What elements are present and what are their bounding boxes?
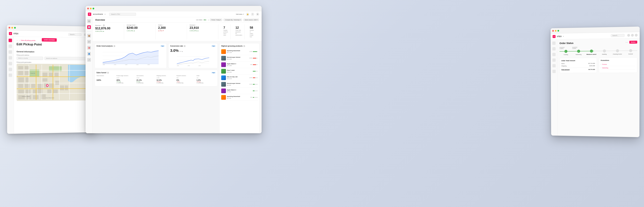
help-icon-center[interactable]: ? [251, 12, 254, 16]
tl-label-creating: Creating [560, 54, 572, 56]
svg-rect-17 [26, 90, 30, 94]
sidebar-orders[interactable]: 📦 [87, 34, 91, 38]
compare-filter[interactable]: Compare By: Yesterday ▾ [224, 18, 242, 21]
promo-item-0[interactable]: › Promos [601, 62, 635, 66]
funnel-header-4: Payment sessions [176, 75, 196, 76]
bar-4 [253, 78, 258, 78]
source-filter[interactable]: Same source: USD ▾ [243, 18, 259, 21]
product-info-7: Sparkling Basketball $3,129 [227, 96, 240, 99]
funnel-val-0: 100% [96, 79, 116, 84]
close-dot[interactable] [8, 27, 10, 28]
account-name: accountname [93, 13, 103, 15]
amounts-title: Order Total Amount [561, 60, 595, 62]
funnel-header-2: Cart sessions [136, 75, 156, 76]
settings-icon-center[interactable]: ⚙ [256, 12, 259, 16]
settings-icon-right[interactable] [635, 34, 638, 36]
product-img-1 [221, 56, 226, 60]
sales-funnel-info: i [107, 72, 109, 74]
search-bar-right[interactable]: Search... [611, 34, 624, 37]
funnel-val-4: 6% -3 p.p. vs. yesterday [176, 79, 196, 84]
order-trend-title: Order trend analysis [96, 45, 113, 47]
svg-rect-3 [18, 66, 23, 70]
product-bar-7: 2% [250, 97, 258, 98]
info-icon-revenue: i [103, 24, 105, 26]
sidebar-right-home[interactable] [552, 42, 556, 45]
svg-line-37 [70, 65, 70, 100]
sidebar-share[interactable]: ↗ [87, 58, 91, 62]
sidebar-users[interactable]: 👤 [87, 52, 91, 56]
funnel-val-2: 21.1% 3.1 p.p. vs. yesterday [136, 79, 156, 84]
sidebar-right-settings[interactable] [552, 64, 556, 68]
save-change-button[interactable]: SAVE CHANGE [42, 38, 57, 42]
geolocation-label: Pickup point geolocation [16, 62, 93, 64]
svg-rect-7 [18, 78, 24, 82]
section-general-title: General information [16, 50, 93, 53]
search-bar-left[interactable]: Search... [68, 33, 82, 36]
product-info-6: Apple Watch 3 $7,001 [227, 89, 236, 92]
sidebar-home[interactable]: ⊞ [87, 19, 91, 23]
order-status-button[interactable]: Button [630, 41, 637, 44]
sidebar-icon-share[interactable] [8, 74, 12, 77]
sidebar-left [7, 36, 14, 134]
product-info-4: Nike Air Max 320 $18,216 [227, 76, 238, 79]
bar-0 [253, 51, 258, 52]
svg-text:LM01: LM01 [103, 64, 105, 65]
stat-desc-58: Number of orders to paid hour [250, 30, 254, 38]
more-icon[interactable]: ⋯ [626, 41, 628, 44]
minimize-dot-center[interactable] [90, 8, 92, 10]
map-container[interactable]: Fenway Park COOLIDGE CORNER Harvard Medi… [16, 64, 93, 101]
charts-column: Order trend analysis i High [94, 43, 218, 133]
tl-label-invoiced: Invoiced [624, 53, 637, 55]
stat-desc-12: Order with payments for authorization [236, 30, 242, 36]
topbar-right-center: Visit store ↗ 🔔 ? ⚙ [236, 12, 259, 16]
svg-rect-28 [53, 90, 58, 94]
bell-icon-right[interactable] [627, 34, 630, 37]
minimize-dot-right[interactable] [555, 30, 556, 32]
order-status-header: Order Status ⋯ Button [560, 41, 637, 44]
svg-rect-22 [55, 80, 59, 85]
conversion-info: i [184, 45, 186, 47]
metric-revenue-label: Revenue ↑ i [95, 24, 121, 26]
order-trend-info: i [113, 45, 116, 47]
sidebar-icon-home[interactable] [8, 39, 12, 42]
close-dot-right[interactable] [552, 30, 554, 32]
top-products-title: Highest grossing products [221, 45, 242, 47]
sidebar-icon-settings[interactable] [8, 62, 12, 65]
svg-point-43 [46, 85, 48, 86]
sidebar-products[interactable]: 🏷 [87, 40, 91, 44]
tl-dot-2: ✓ [585, 50, 598, 53]
sidebar-promotions[interactable]: 🎯 [87, 46, 91, 50]
period-filter[interactable]: Period: Today ▾ [210, 18, 222, 21]
metric-sessions-change: 2,416 (15%) ▲ [190, 30, 216, 32]
minimize-dot[interactable] [12, 27, 13, 28]
sidebar-right-share[interactable] [552, 70, 556, 73]
help-icon-right[interactable] [631, 34, 634, 36]
promo-name-0: Promos [602, 64, 607, 65]
search-bar-center[interactable]: Search VTEX [109, 13, 136, 16]
product-img-7 [221, 95, 226, 100]
sidebar-right-promotions[interactable] [552, 58, 556, 62]
sidebar-icon-orders[interactable] [8, 44, 12, 48]
promo-name-1: Marketing [602, 67, 608, 68]
sidebar-analytics[interactable]: 📊 [87, 25, 91, 29]
live-sales-toggle[interactable]: Live Sales On [196, 19, 207, 21]
stat-num-7: 7 [224, 26, 228, 30]
visit-store-link[interactable]: Visit store ↗ [236, 14, 244, 15]
bell-icon-center[interactable]: 🔔 [246, 12, 249, 16]
funnel-header-1: Product page sessions [116, 75, 136, 76]
window-order-status: V VTEX ▾ Search... Order Status [550, 26, 640, 137]
sidebar-right-orders[interactable] [552, 47, 556, 50]
maximize-dot-right[interactable] [558, 30, 559, 32]
brand-name-left: VTEX [14, 32, 18, 35]
sidebar-icon-promotions[interactable] [8, 56, 12, 60]
sidebar-icon-analytics[interactable] [8, 68, 12, 71]
amounts-section: Order Total Amount Items $7.73 USD Shipp… [560, 58, 637, 73]
sidebar-right-products[interactable] [552, 53, 556, 56]
sidebar-icon-products[interactable] [8, 50, 12, 54]
maximize-dot-center[interactable] [92, 8, 94, 10]
final-row: Final amount 60.75 USD [561, 69, 595, 70]
close-dot-center[interactable] [87, 8, 89, 10]
promo-item-1[interactable]: › Marketing [601, 66, 635, 70]
maximize-dot[interactable] [14, 27, 16, 28]
country-select[interactable]: Select a country [16, 56, 43, 60]
